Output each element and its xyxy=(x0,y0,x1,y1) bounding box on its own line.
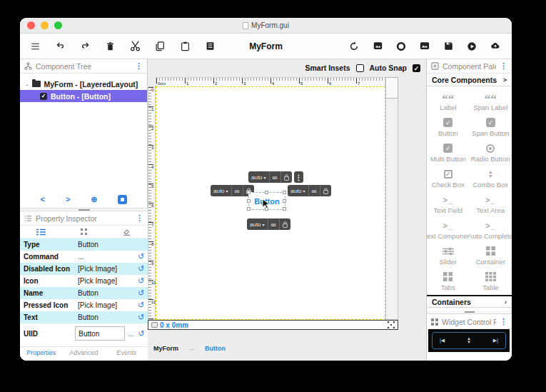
selection-handle[interactable] xyxy=(265,191,268,194)
save-icon[interactable] xyxy=(442,40,455,53)
palette-item-button[interactable]: ✓Button xyxy=(427,114,470,139)
play-icon[interactable] xyxy=(465,40,478,53)
selection-handle[interactable] xyxy=(283,191,286,194)
property-row-disabled-icon[interactable]: Disabled Icon[Pick Image]↺ xyxy=(20,263,148,275)
reset-property-icon[interactable]: ↺ xyxy=(136,276,146,286)
palette-item-auto-complete[interactable]: >_Auto Complete xyxy=(470,216,512,242)
selection-handle[interactable] xyxy=(283,199,286,203)
menu-icon[interactable] xyxy=(29,40,41,53)
property-row-text[interactable]: TextButton↺ xyxy=(20,311,148,323)
chevron-down-icon[interactable]: ˃ xyxy=(66,195,70,203)
property-inspector-menu-icon[interactable]: ⋮ xyxy=(136,214,143,222)
selection-handle[interactable] xyxy=(283,207,286,211)
property-value[interactable]: Button xyxy=(78,241,146,248)
list-icon[interactable] xyxy=(203,40,216,53)
palette-item-text-field[interactable]: >_Text Field xyxy=(427,191,470,216)
property-row-pressed-icon[interactable]: Pressed Icon[Pick Image]↺ xyxy=(20,299,148,311)
target-square-icon[interactable] xyxy=(118,195,127,204)
vertical-scrollbar[interactable] xyxy=(385,99,398,320)
reset-property-icon[interactable]: ↺ xyxy=(136,288,146,298)
uiid-input[interactable] xyxy=(75,326,125,341)
reset-property-icon[interactable]: ↺ xyxy=(136,301,146,310)
palette-item-combo-box[interactable]: ▲▼Combo Box xyxy=(470,165,512,191)
infinity-button[interactable]: ∞ xyxy=(269,171,280,183)
selection-handle[interactable] xyxy=(247,191,251,194)
widget-control-menu-icon[interactable]: ⋮ xyxy=(500,318,507,326)
tab-properties-list[interactable] xyxy=(20,226,63,238)
auto-snap-checkbox[interactable]: ✓ xyxy=(413,64,420,72)
reset-property-icon[interactable]: ↺ xyxy=(136,264,146,273)
property-value[interactable]: Button xyxy=(78,289,136,297)
infinity-button[interactable]: ∞ xyxy=(231,185,243,196)
palette-item-radio-button[interactable]: Radio Button xyxy=(470,139,512,165)
breadcrumb-item-button[interactable]: Button xyxy=(205,345,226,352)
reset-property-icon[interactable]: ↺ xyxy=(137,329,146,338)
redo-icon[interactable] xyxy=(79,40,91,53)
skip-forward-button[interactable]: ▶| xyxy=(493,338,498,343)
breadcrumb-item-myform[interactable]: MyForm xyxy=(153,345,178,352)
palette-item-label[interactable]: ““Label xyxy=(427,88,470,114)
tree-item-myform[interactable]: - MyForm - [LayeredLayout] xyxy=(20,78,147,90)
cloud-upload-icon[interactable] xyxy=(489,40,502,53)
image-icon[interactable] xyxy=(371,40,384,53)
component-palette-menu-icon[interactable]: ⋮ xyxy=(500,62,507,70)
collapse-icon[interactable]: - xyxy=(26,80,29,89)
constraint-mode-dropdown[interactable]: auto▾ xyxy=(248,171,269,183)
fullscreen-icon[interactable] xyxy=(388,321,395,328)
property-value[interactable]: [Pick Image] xyxy=(78,277,136,285)
record-icon[interactable] xyxy=(395,40,408,53)
palette-item-table[interactable]: Table xyxy=(470,268,512,293)
property-row-name[interactable]: NameButton↺ xyxy=(20,287,148,299)
lock-button[interactable] xyxy=(279,218,290,230)
reset-property-icon[interactable]: ↺ xyxy=(136,313,146,322)
design-canvas[interactable]: auto▾ ∞ ⋮ auto▾ ∞ auto▾ ∞ xyxy=(156,86,385,320)
smart-insets-checkbox[interactable] xyxy=(356,64,364,72)
property-value[interactable]: [Pick Image] xyxy=(78,265,136,273)
component-tree-menu-icon[interactable]: ⋮ xyxy=(135,62,143,70)
cut-icon[interactable] xyxy=(128,40,141,53)
palette-item-container[interactable]: Container xyxy=(470,242,512,268)
core-components-section[interactable]: Core Components ˃︎ xyxy=(427,74,512,86)
property-row-command[interactable]: Command...↺ xyxy=(20,251,148,263)
screenshot-icon[interactable] xyxy=(418,40,431,53)
palette-item-check-box[interactable]: ✓Check Box xyxy=(427,165,470,191)
palette-item-text-area[interactable]: >_Text Area xyxy=(470,191,512,216)
panel-splitter[interactable] xyxy=(427,311,512,314)
constraint-mode-dropdown[interactable]: auto▾ xyxy=(288,185,308,196)
add-circle-icon[interactable]: ⊕ xyxy=(91,195,97,204)
chevron-up-icon[interactable]: ˂ xyxy=(40,195,44,203)
selection-handle[interactable] xyxy=(247,199,251,203)
tab-properties[interactable]: Properties xyxy=(20,349,63,356)
skip-back-button[interactable]: |◀ xyxy=(440,338,445,343)
infinity-button[interactable]: ∞ xyxy=(268,218,279,230)
copy-icon[interactable] xyxy=(153,40,166,53)
tab-advanced[interactable]: Advanced xyxy=(63,349,106,356)
selection-handle[interactable] xyxy=(247,207,251,211)
infinity-button[interactable]: ∞ xyxy=(308,185,320,196)
lock-button[interactable] xyxy=(280,171,292,183)
tab-events[interactable]: Events xyxy=(105,349,148,356)
constraint-mode-dropdown[interactable]: auto▾ xyxy=(211,185,231,196)
tab-properties-style[interactable] xyxy=(105,226,148,238)
tree-item-button[interactable]: ✓ Button - [Button] xyxy=(20,90,147,102)
palette-item-tabs[interactable]: Tabs xyxy=(427,268,470,293)
undo-icon[interactable] xyxy=(54,40,66,53)
reset-property-icon[interactable]: ↺ xyxy=(136,252,146,261)
constraint-mode-dropdown[interactable]: auto▾ xyxy=(247,218,268,230)
tab-properties-grid[interactable] xyxy=(63,226,106,238)
lock-button[interactable] xyxy=(320,185,331,196)
property-value[interactable]: ... xyxy=(78,253,136,261)
palette-item-slider[interactable]: Slider xyxy=(427,242,470,268)
constraint-menu-icon[interactable]: ⋮ xyxy=(294,171,303,183)
paste-icon[interactable] xyxy=(178,40,191,53)
uiid-more-button[interactable]: ... xyxy=(128,330,133,338)
property-row-type[interactable]: TypeButton xyxy=(20,238,148,251)
property-value[interactable]: Button xyxy=(78,313,136,321)
up-down-buttons[interactable]: ▲▼ xyxy=(467,337,471,344)
property-row-uiid[interactable]: UIID...↺ xyxy=(20,323,148,343)
palette-item-span-button[interactable]: ✓Span Button xyxy=(470,114,512,139)
trash-icon[interactable] xyxy=(103,40,116,53)
property-value[interactable]: [Pick Image] xyxy=(78,301,136,309)
palette-item-multi-button[interactable]: ✓Multi Button xyxy=(427,139,470,165)
palette-item-text-component[interactable]: >_Text Component xyxy=(427,216,470,242)
